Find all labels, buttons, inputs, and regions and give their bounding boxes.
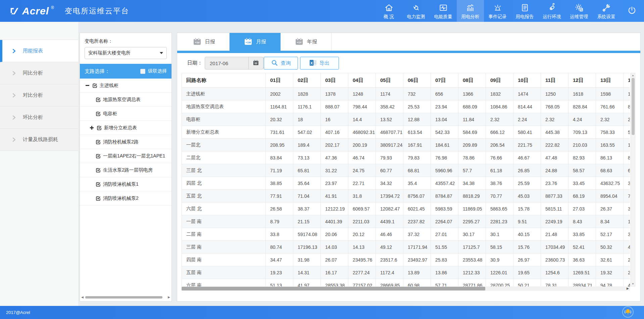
logout-power-button[interactable]: [620, 0, 644, 22]
tree-item-6[interactable]: 生活水泵2路一层弱电房: [80, 163, 171, 177]
scroll-right-icon[interactable]: ▶: [627, 287, 629, 290]
table-row: 新增分立柜总表731.61547.02407.16468092.31468707…: [182, 126, 630, 139]
value-cell: 58.15: [486, 241, 513, 254]
value-cell: 1084.86: [486, 100, 513, 113]
scroll-track[interactable]: [85, 296, 167, 299]
value-cell: 25.59: [513, 177, 541, 190]
sidebar-item-1[interactable]: 同比分析: [0, 62, 78, 84]
export-button-label: 导出: [319, 60, 330, 66]
value-cell: 22.71: [348, 177, 376, 190]
station-select[interactable]: 安科瑞新大楼变电所: [85, 47, 167, 59]
date-picker[interactable]: 2017-06: [205, 57, 263, 70]
checkbox-checked-icon[interactable]: [95, 167, 101, 173]
sidebar-item-0[interactable]: 用能报表: [0, 40, 78, 62]
value-cell: 23.97: [321, 177, 348, 190]
nav-item-3[interactable]: 用电分析: [457, 0, 484, 22]
tab-1[interactable]: +1M月报: [230, 33, 281, 51]
report-table: 回路名称01日02日03日04日05日06日07日08日09日10日11日12日…: [182, 73, 630, 286]
scroll-thumb[interactable]: [85, 296, 162, 299]
circuit-name-cell: 六层 南: [182, 279, 266, 287]
sidebar-item-label: 对比分析: [23, 92, 43, 98]
plus-icon[interactable]: [90, 126, 94, 130]
tree-item-3[interactable]: 新增分立柜总表: [80, 121, 171, 135]
horizontal-scroll-thumb[interactable]: [182, 287, 485, 290]
scroll-right-icon[interactable]: ▶: [168, 295, 170, 299]
sidebar-item-2[interactable]: 对比分析: [0, 84, 78, 106]
value-cell: 82.93: [568, 151, 596, 164]
value-cell: 32.61: [596, 254, 624, 266]
value-cell: 19.65: [513, 266, 541, 279]
export-button[interactable]: X 导出: [300, 57, 339, 70]
nav-item-0[interactable]: 概 况: [375, 0, 402, 22]
checkbox-checked-icon[interactable]: [95, 111, 101, 117]
station-horizontal-scrollbar[interactable]: ◀ ▶: [81, 295, 170, 299]
value-cell: 17394.72: [376, 190, 403, 202]
tree-item-2[interactable]: 电容柜: [80, 107, 171, 121]
tree-item-0[interactable]: 主进线柜: [80, 79, 171, 93]
nav-item-7[interactable]: 运维管理: [565, 0, 593, 22]
vertical-scroll-thumb[interactable]: [632, 78, 635, 135]
nav-item-5[interactable]: 用电报告: [511, 0, 538, 22]
maintenance-icon: [575, 2, 584, 12]
tab-2[interactable]: +1Y年报: [281, 33, 332, 51]
station-name-label: 变电所名称：: [85, 38, 167, 44]
notification-bell-button[interactable]: [622, 306, 634, 319]
value-cell-partial: 8: [624, 100, 630, 113]
sidebar-item-3[interactable]: 环比分析: [0, 106, 78, 129]
minus-icon[interactable]: [85, 83, 90, 88]
scroll-left-icon[interactable]: ◀: [81, 295, 84, 299]
branch-tree: 主进线柜地源热泵空调总表电容柜新增分立柜总表消防栓机械泵2路一层南1APE2右一…: [80, 79, 171, 206]
calendar-button[interactable]: [248, 57, 263, 69]
nav-item-2[interactable]: 电能质量: [430, 0, 457, 22]
scroll-up-icon[interactable]: ▲: [631, 74, 635, 77]
value-cell: 4439.1: [376, 215, 403, 228]
checkbox-checked-icon[interactable]: [95, 195, 101, 201]
value-cell: 38.76: [486, 177, 513, 190]
nav-item-4[interactable]: 事件记录: [484, 0, 511, 22]
checkbox-checked-icon[interactable]: [95, 139, 101, 145]
nav-item-1[interactable]: 电力监测: [402, 0, 430, 22]
cascade-checkbox[interactable]: [140, 69, 145, 74]
value-cell: 1366: [458, 88, 486, 100]
value-cell: 68.63: [596, 164, 624, 177]
column-header-day-11: 11日: [541, 73, 568, 88]
nav-item-8[interactable]: 系统设置: [593, 0, 620, 22]
nav-item-6[interactable]: 运行环境: [538, 0, 565, 22]
checkbox-checked-icon[interactable]: [95, 153, 101, 159]
value-cell: 1832: [486, 88, 513, 100]
value-cell: 31.8: [348, 190, 376, 202]
cascade-select[interactable]: 级联选择: [140, 68, 167, 74]
scroll-down-icon[interactable]: ▼: [631, 282, 635, 285]
sidebar-item-4[interactable]: 计量及线路损耗: [0, 129, 78, 151]
station-select-value: 安科瑞新大楼变电所: [88, 50, 131, 56]
value-cell: 94.78: [596, 279, 624, 287]
value-cell: 59174.08: [293, 228, 321, 241]
value-cell: 5815.11: [541, 202, 568, 215]
value-cell: 40.15: [513, 228, 541, 241]
cascade-label: 级联选择: [148, 68, 167, 74]
vertical-scrollbar[interactable]: ▲ ▼: [631, 73, 635, 286]
checkbox-checked-icon[interactable]: [95, 181, 101, 187]
tree-item-8[interactable]: 消防喷淋机械泵2: [80, 191, 171, 206]
circuit-name-cell: 二层北: [182, 151, 266, 164]
checkbox-checked-icon[interactable]: [95, 97, 101, 102]
date-value[interactable]: 2017-06: [205, 57, 248, 69]
query-button[interactable]: 查询: [264, 57, 298, 70]
checkbox-checked-icon[interactable]: [92, 83, 98, 88]
tab-0[interactable]: +1d日报: [179, 33, 230, 51]
value-cell: 43632.75: [596, 177, 624, 190]
value-cell: 2295.27: [458, 215, 486, 228]
value-cell: 73.13: [293, 151, 321, 164]
tree-item-5[interactable]: 一层南1APE2右一层北1APE1: [80, 149, 171, 163]
tree-item-1[interactable]: 地源热泵空调总表: [80, 93, 171, 107]
footer: 2017@Acrel: [0, 306, 644, 319]
horizontal-scrollbar[interactable]: ▶: [182, 286, 630, 291]
circuit-name-cell: 地源热泵空调总表: [182, 100, 266, 113]
value-cell: 27.03: [568, 202, 596, 215]
tree-item-7[interactable]: 消防喷淋机械泵1: [80, 177, 171, 191]
app-root: Acrel ® 变电所运维云平台 概 况电力监测电能质量用电分析事件记录用电报告…: [0, 0, 644, 319]
nav-item-label: 用电分析: [461, 14, 480, 20]
checkbox-checked-icon[interactable]: [96, 125, 102, 131]
value-cell: 13.89: [403, 266, 431, 279]
tree-item-4[interactable]: 消防栓机械泵2路: [80, 135, 171, 149]
